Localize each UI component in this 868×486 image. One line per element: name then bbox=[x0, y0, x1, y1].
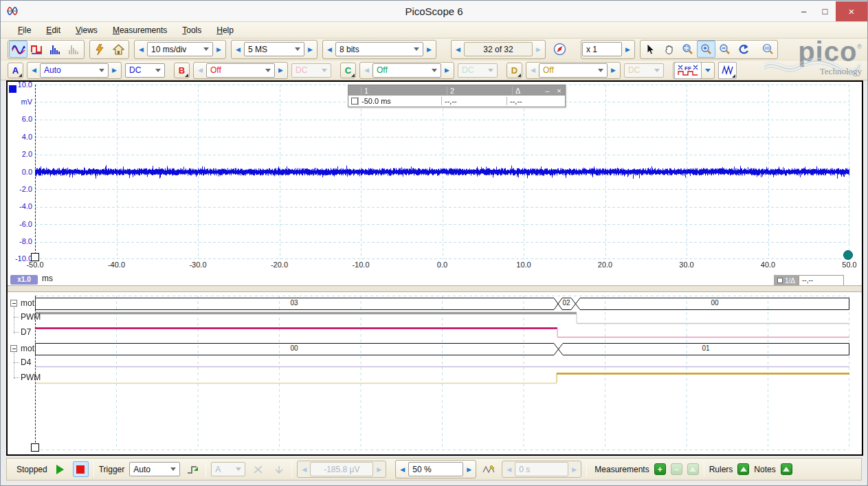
channel-a-range-select[interactable]: Auto bbox=[40, 63, 109, 78]
holdoff-value: 0 s bbox=[519, 465, 564, 474]
buffer-position-field[interactable]: 32 of 32 bbox=[464, 42, 533, 56]
add-measurement-button[interactable]: + bbox=[654, 463, 666, 475]
x-axis-label: -40.0 bbox=[108, 261, 125, 269]
scope-plot[interactable] bbox=[35, 85, 849, 259]
pre-trigger-field[interactable]: 50 % bbox=[408, 462, 463, 476]
stop-button[interactable] bbox=[73, 461, 89, 477]
channel-c-range-next-button[interactable]: ▶ bbox=[441, 63, 453, 78]
channel-a-coupling-select[interactable]: DC bbox=[125, 63, 165, 78]
menu-help[interactable]: Help bbox=[209, 23, 241, 37]
timebase-select[interactable]: 10 ms/div bbox=[147, 42, 213, 56]
digital-signal-label[interactable]: PWM bbox=[21, 373, 41, 383]
zoom-factor-field[interactable]: x 1 bbox=[582, 42, 622, 56]
pre-trigger-decrease-button[interactable]: ◀ bbox=[397, 461, 408, 477]
pre-trigger-increase-button[interactable]: ▶ bbox=[463, 461, 475, 477]
menu-tools[interactable]: Tools bbox=[175, 23, 209, 37]
group-collapse-toggle[interactable] bbox=[10, 300, 17, 307]
marquee-zoom-button[interactable] bbox=[678, 41, 697, 58]
waveform-edit-button[interactable] bbox=[481, 461, 497, 477]
channel-c-coupling-value: DC bbox=[462, 65, 485, 75]
digital-signal-label[interactable]: D4 bbox=[21, 357, 31, 368]
timebase-prev-button[interactable]: ◀ bbox=[135, 41, 147, 57]
persistence-mode-button[interactable] bbox=[27, 41, 46, 58]
menu-views[interactable]: Views bbox=[68, 23, 105, 37]
digital-signal-label[interactable]: PWM bbox=[21, 312, 41, 322]
resolution-prev-button[interactable]: ◀ bbox=[324, 41, 335, 57]
bus-value: 00 bbox=[711, 298, 718, 308]
time-ruler-line bbox=[35, 85, 36, 258]
samples-prev-button[interactable]: ◀ bbox=[232, 41, 244, 57]
channel-d-options-button[interactable]: D bbox=[507, 63, 522, 78]
channel-b-range-prev-button[interactable]: ◀ bbox=[194, 63, 206, 78]
samples-select[interactable]: 5 MS bbox=[244, 42, 304, 56]
channel-c-range-select[interactable]: Off bbox=[372, 63, 441, 78]
waveform-options-button[interactable] bbox=[718, 62, 737, 79]
notes-panel-button[interactable] bbox=[781, 463, 792, 475]
auto-setup-button[interactable] bbox=[91, 41, 109, 58]
channel-b-range-next-button[interactable]: ▶ bbox=[275, 63, 287, 78]
overlay-minimize-button[interactable]: – bbox=[542, 87, 553, 95]
digital-signal-label[interactable]: D7 bbox=[21, 327, 31, 338]
view-splitter[interactable] bbox=[8, 285, 862, 292]
scope-panel: 10.0 mV 6.0 4.0 2.0 0.0 -2.0 -4.0 -6.0 -… bbox=[6, 80, 863, 456]
time-ruler-handle[interactable] bbox=[31, 443, 39, 452]
corner-triangle-icon bbox=[732, 74, 735, 78]
resolution-next-button[interactable]: ▶ bbox=[423, 41, 435, 57]
scope-mode-button[interactable] bbox=[9, 41, 27, 58]
digital-inputs-dropdown-button[interactable] bbox=[702, 63, 713, 78]
advanced-trigger-button[interactable] bbox=[185, 461, 201, 477]
menu-edit[interactable]: Edit bbox=[38, 23, 68, 37]
hand-tool-button[interactable] bbox=[660, 41, 678, 58]
channel-a-range-next-button[interactable]: ▶ bbox=[109, 63, 120, 78]
zoom-in-button[interactable] bbox=[697, 41, 715, 58]
zoom-out-button[interactable] bbox=[715, 41, 734, 58]
channel-d-range-prev-button[interactable]: ◀ bbox=[527, 63, 539, 78]
digital-group-label[interactable]: mot bbox=[21, 298, 34, 309]
buffer-navigator-button[interactable] bbox=[550, 41, 569, 58]
overlay-close-button[interactable]: × bbox=[553, 87, 565, 95]
channel-b-range-select[interactable]: Off bbox=[206, 63, 275, 78]
menu-measurements[interactable]: Measurements bbox=[105, 23, 175, 37]
trigger-mode-value: Auto bbox=[133, 465, 168, 474]
chevron-down-icon bbox=[203, 47, 209, 51]
buffer-prev-button[interactable]: ◀ bbox=[452, 41, 464, 57]
ruler-overlay[interactable]: 1 2 Δ – × -50.0 ms --,-- --,-- bbox=[348, 85, 566, 107]
channel-b-options-button[interactable]: B bbox=[174, 63, 190, 78]
trigger-marker[interactable] bbox=[843, 250, 853, 260]
resolution-select[interactable]: 8 bits bbox=[335, 42, 423, 56]
spectrum-mode-disabled-button bbox=[65, 41, 83, 58]
digital-group-label[interactable]: mot bbox=[21, 344, 34, 354]
buffer-position-value: 32 of 32 bbox=[468, 45, 528, 54]
chevron-down-icon bbox=[654, 69, 660, 72]
group-collapse-toggle[interactable] bbox=[10, 345, 17, 352]
channel-c-options-button[interactable]: C bbox=[340, 63, 356, 78]
trigger-mode-select[interactable]: Auto bbox=[129, 462, 180, 476]
samples-next-button[interactable]: ▶ bbox=[304, 41, 316, 57]
rulers-panel-button[interactable] bbox=[737, 463, 749, 475]
digital-inputs-button[interactable]: FF bbox=[674, 62, 702, 79]
spectrum-mode-button[interactable] bbox=[46, 41, 65, 58]
channel-c-range-prev-button[interactable]: ◀ bbox=[361, 63, 372, 78]
zoom-factor-next-button[interactable]: ▶ bbox=[622, 41, 634, 57]
close-button[interactable]: × bbox=[836, 1, 867, 21]
expand-up-icon bbox=[783, 467, 790, 472]
undo-zoom-button[interactable] bbox=[734, 41, 753, 58]
ruler-checkbox[interactable] bbox=[351, 98, 358, 104]
expand-up-icon bbox=[689, 467, 696, 472]
trigger-edge-icon bbox=[187, 464, 199, 475]
timebase-next-button[interactable]: ▶ bbox=[213, 41, 225, 57]
home-button[interactable] bbox=[109, 41, 128, 58]
minimize-button[interactable]: – bbox=[793, 1, 814, 21]
channel-a-options-button[interactable]: A bbox=[8, 63, 23, 78]
channel-d-range-next-button[interactable]: ▶ bbox=[608, 63, 619, 78]
channel-a-range-prev-button[interactable]: ◀ bbox=[28, 63, 40, 78]
normal-selection-button[interactable] bbox=[641, 41, 660, 58]
axis-zoom-badge[interactable]: x1.0 bbox=[10, 275, 38, 285]
start-button[interactable] bbox=[52, 461, 68, 477]
corner-triangle-icon bbox=[185, 74, 188, 77]
channel-d-range-select[interactable]: Off bbox=[539, 63, 608, 78]
menu-file[interactable]: File bbox=[10, 23, 38, 37]
inverse-delta-checkbox[interactable] bbox=[777, 278, 783, 283]
buffer-next-button[interactable]: ▶ bbox=[533, 41, 544, 57]
maximize-button[interactable]: □ bbox=[814, 1, 836, 21]
